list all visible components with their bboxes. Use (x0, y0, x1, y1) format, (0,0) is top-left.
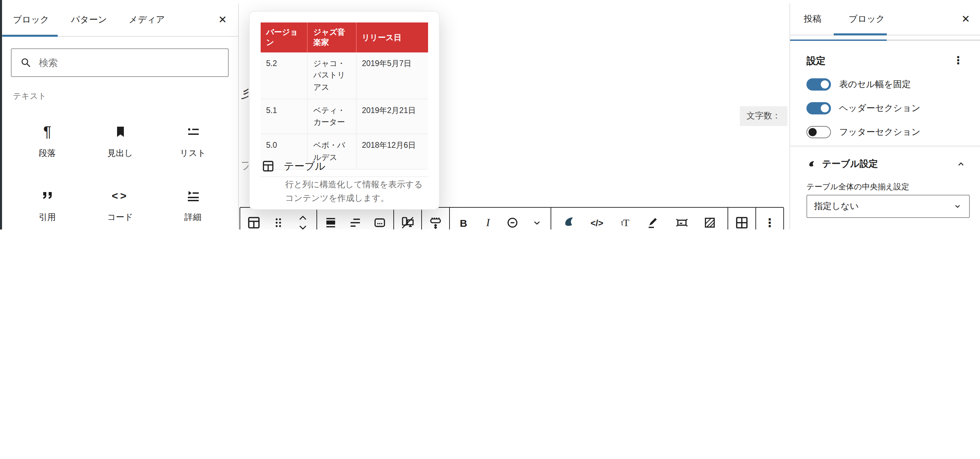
preview-row: 5.1 ベティ・カーター 2019年2月21日 (261, 99, 428, 134)
block-inspector-panel: 投稿 ブロック ✕ 設定 ⋮ 表のセル幅を固定 ヘッダーセクション フッターセク… (789, 3, 980, 230)
preview-header-row: バージョン ジャズ音楽家 リリース日 (261, 22, 428, 53)
quote-icon (39, 187, 56, 205)
drag-handle-icon[interactable] (266, 209, 291, 230)
code-icon: <> (111, 187, 128, 205)
options-kebab-icon[interactable]: ⋮ (757, 209, 782, 230)
toggle-switch[interactable] (807, 102, 831, 115)
ellipsis-box-icon[interactable] (368, 209, 392, 230)
toggle-switch[interactable] (807, 126, 831, 138)
toolbar-group-options: ⋮ (756, 208, 783, 230)
preview-header-cell: リリース日 (356, 22, 428, 53)
typography-icon[interactable]: tT (613, 209, 637, 230)
block-inserter-panel: ブロック パターン メディア ✕ テキスト ¶ 段落 見出し (2, 3, 239, 230)
search-input-field[interactable] (37, 57, 228, 69)
block-editor-screen: ブロック パターン メディア ✕ テキスト ¶ 段落 見出し (0, 0, 980, 230)
section-divider (790, 146, 980, 147)
toggle-header-section[interactable]: ヘッダーセクション (807, 102, 920, 115)
block-item-heading[interactable]: 見出し (84, 112, 156, 176)
popup-block-title: テーブル (261, 159, 325, 174)
toolbar-group-formats: </> tT (551, 208, 728, 230)
inspector-tabs: 投稿 ブロック ✕ (790, 3, 980, 35)
inserter-tabs: ブロック パターン メディア ✕ (2, 3, 238, 37)
table-icon (261, 159, 275, 174)
block-toolbar: B I </> tT (240, 207, 784, 230)
tab-blocks[interactable]: ブロック (2, 3, 60, 36)
preview-header-cell: バージョン (261, 22, 308, 53)
preview-row: 5.2 ジャコ・パストリアス 2019年5月7日 (261, 53, 428, 99)
hidden-content-fragment: 彡 (241, 85, 248, 102)
hidden-content-fragment: プ (241, 159, 248, 173)
toolbar-group-block (240, 208, 317, 230)
align-select[interactable]: 指定しない (807, 195, 970, 218)
list-icon (185, 123, 201, 141)
chevron-down-icon[interactable] (525, 209, 549, 230)
block-item-details[interactable]: 詳細 (156, 176, 229, 230)
character-count-badge: 文字数： (740, 106, 788, 126)
secondary-underline (790, 40, 980, 41)
details-icon (185, 187, 201, 205)
preview-header-cell: ジャズ音楽家 (308, 22, 356, 53)
preview-table: バージョン ジャズ音楽家 リリース日 5.2 ジャコ・パストリアス 2019年5… (261, 22, 428, 170)
device-visibility-icon[interactable] (395, 209, 420, 230)
italic-button[interactable]: I (476, 209, 500, 230)
frame-border-icon[interactable] (670, 209, 694, 230)
table-block-icon[interactable] (242, 209, 266, 230)
settings-kebab-icon[interactable]: ⋮ (953, 54, 964, 67)
toggle-footer-section[interactable]: フッターセクション (807, 126, 920, 138)
table-grid-icon[interactable] (730, 209, 754, 230)
tab-patterns[interactable]: パターン (60, 3, 118, 36)
chevron-up-icon (956, 159, 966, 170)
inline-code-icon[interactable]: </> (585, 209, 609, 230)
tab-block[interactable]: ブロック (835, 3, 898, 35)
swell-swoosh-icon[interactable] (556, 209, 581, 230)
settings-heading: 設定 (807, 55, 826, 67)
toolbar-group-scroll (422, 208, 450, 230)
bold-button[interactable]: B (451, 209, 476, 230)
tab-post[interactable]: 投稿 (790, 3, 835, 35)
block-mover[interactable] (291, 209, 315, 230)
block-item-code[interactable]: <> コード (84, 176, 156, 230)
swell-swoosh-icon (807, 159, 817, 169)
close-icon[interactable]: ✕ (958, 11, 973, 27)
block-item-paragraph[interactable]: ¶ 段落 (11, 112, 84, 176)
move-down-icon (297, 223, 309, 230)
search-input[interactable] (11, 48, 229, 77)
block-item-quote[interactable]: 引用 (11, 176, 84, 230)
block-grid: ¶ 段落 見出し リスト 引用 (11, 112, 229, 230)
highlighter-icon[interactable] (641, 209, 666, 230)
header-row-emphasis-icon[interactable] (318, 209, 343, 230)
block-preview-popover: バージョン ジャズ音楽家 リリース日 5.2 ジャコ・パストリアス 2019年5… (249, 11, 440, 210)
toolbar-group-rows (317, 208, 394, 230)
hatched-background-icon[interactable] (698, 209, 722, 230)
toolbar-group-richtext: B I (450, 208, 551, 230)
paragraph-icon: ¶ (43, 123, 51, 141)
search-icon (20, 57, 32, 69)
toolbar-group-device (394, 208, 422, 230)
chevron-down-icon (953, 202, 962, 211)
toolbar-group-table-edit (728, 208, 756, 230)
move-up-icon (297, 213, 309, 223)
active-tab-underline (2, 35, 58, 37)
table-settings-panel-header[interactable]: テーブル設定 (807, 158, 966, 170)
heading-icon (112, 123, 128, 141)
toggle-fixed-cell-width[interactable]: 表のセル幅を固定 (807, 78, 911, 91)
toggle-switch[interactable] (807, 78, 831, 91)
category-label: テキスト (13, 91, 46, 102)
block-item-list[interactable]: リスト (156, 112, 229, 176)
link-icon[interactable] (500, 209, 525, 230)
align-rows-icon[interactable] (343, 209, 368, 230)
active-tab-underline (834, 33, 887, 35)
tab-media[interactable]: メディア (118, 3, 176, 36)
align-setting-label: テーブル全体の中央揃え設定 (807, 182, 909, 192)
close-icon[interactable]: ✕ (215, 12, 230, 27)
scroll-hint-icon[interactable] (423, 209, 448, 230)
popup-block-description: 行と列に構造化して情報を表示するコンテンツを作成します。 (285, 178, 430, 205)
